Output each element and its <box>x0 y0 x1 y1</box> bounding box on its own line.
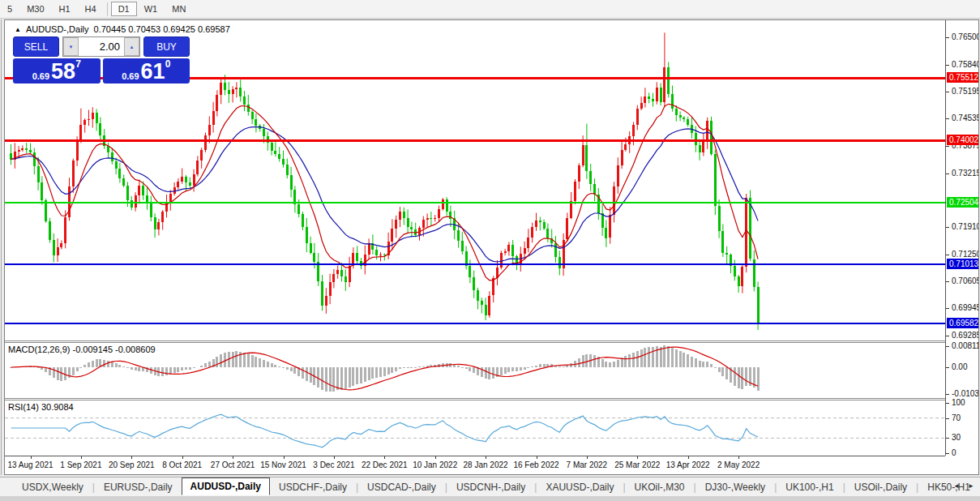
timeframe-button-5[interactable]: 5 <box>0 2 19 16</box>
tab-eurusd-daily[interactable]: EURUSD-,Daily <box>95 479 182 495</box>
candle-body <box>558 257 561 268</box>
tab-usoil-daily[interactable]: USOil-,Daily <box>845 479 916 495</box>
candle-body <box>407 218 409 227</box>
macd-histogram-bar <box>699 361 701 367</box>
macd-histogram-bar <box>570 363 572 367</box>
tab-xauusd-daily[interactable]: XAUUSD-,Daily <box>537 479 623 495</box>
macd-histogram-bar <box>710 364 713 368</box>
candle <box>617 157 619 194</box>
macd-histogram-bar <box>349 367 351 388</box>
candle-body <box>624 144 627 150</box>
macd-histogram-bar <box>648 347 650 367</box>
macd-histogram-bar <box>243 353 246 367</box>
candle-body <box>368 243 370 255</box>
candle-body <box>92 113 94 119</box>
candle-body <box>699 145 701 152</box>
macd-histogram-bar <box>734 367 736 386</box>
rsi-canvas[interactable] <box>5 400 945 456</box>
buy-button[interactable]: BUY <box>143 36 190 57</box>
macd-histogram-bar <box>251 355 254 367</box>
candle <box>531 223 533 243</box>
candle <box>216 90 218 116</box>
volume-increase-button[interactable]: ▲ <box>124 37 139 56</box>
candle-body <box>457 230 460 241</box>
collapse-trade-panel-icon[interactable]: ▲ <box>15 26 21 33</box>
tab-uk100-h1[interactable]: UK100-,H1 <box>777 479 842 495</box>
macd-histogram-bar <box>235 351 238 367</box>
candle-body <box>37 166 40 182</box>
tab-usdcnh-daily[interactable]: USDCNH-,Daily <box>447 479 534 495</box>
tab-usdx-weekly[interactable]: USDX,Weekly <box>13 479 92 495</box>
tab-ukoil-m30[interactable]: UKOil-,M30 <box>626 479 694 495</box>
candle <box>92 107 94 127</box>
volume-decrease-button[interactable]: ▼ <box>63 37 79 56</box>
candle-body <box>679 115 682 118</box>
candle-body <box>310 243 312 252</box>
candle <box>570 192 572 220</box>
rsi-pane[interactable]: RSI(14) 30.9084 <box>5 400 945 456</box>
macd-histogram-bar <box>37 367 40 368</box>
candle <box>29 143 32 154</box>
one-click-trading-panel: SELL ▼ 2.00 ▲ BUY 0.69587 0.69610 <box>13 36 190 84</box>
macd-histogram-bar <box>88 362 90 367</box>
candle <box>488 291 490 318</box>
y-axis-label: 0.75195 <box>952 87 979 96</box>
macd-histogram-bar <box>745 367 747 386</box>
y-axis-label: 0.70605 <box>952 276 979 285</box>
tab-scroll-arrows[interactable]: ◄ ► <box>953 482 978 490</box>
timeframe-button-m30[interactable]: M30 <box>19 2 51 16</box>
rsi-axis-tick <box>946 403 949 404</box>
tab-usdchf-daily[interactable]: USDCHF-,Daily <box>270 479 356 495</box>
macd-histogram-bar <box>683 353 685 367</box>
sell-button[interactable]: SELL <box>13 36 59 57</box>
macd-histogram-bar <box>511 367 514 371</box>
timeframe-button-mn[interactable]: MN <box>165 2 193 16</box>
candle-body <box>582 145 584 166</box>
candle-body <box>278 154 280 159</box>
macd-histogram-bar <box>278 366 280 367</box>
price-level-badge: 0.74002 <box>947 135 979 145</box>
buy-price-panel[interactable]: 0.69610 <box>103 58 190 84</box>
candle <box>644 88 646 107</box>
candle-body <box>749 198 751 259</box>
sell-price-panel[interactable]: 0.69587 <box>13 58 101 84</box>
candle <box>356 246 358 263</box>
candle <box>189 178 191 188</box>
volume-input[interactable]: 2.00 <box>79 37 124 56</box>
candle-body <box>60 243 62 247</box>
candle-body <box>251 112 254 119</box>
tab-dj30-weekly[interactable]: DJ30-,Weekly <box>696 479 774 495</box>
y-axis-label: 0.71250 <box>952 250 979 259</box>
macd-histogram-bar <box>96 359 98 367</box>
tab-usdcad-daily[interactable]: USDCAD-,Daily <box>358 479 445 495</box>
toolbar-separator <box>107 2 108 16</box>
macd-histogram-bar <box>379 367 382 377</box>
candle-body <box>543 222 546 229</box>
macd-histogram-bar <box>135 367 137 370</box>
candle-body <box>652 99 654 101</box>
candle <box>706 118 708 149</box>
candle <box>336 266 339 279</box>
macd-pane[interactable]: MACD(12,26,9) -0.009145 -0.008609 <box>5 343 945 398</box>
candle-body <box>216 95 218 111</box>
timeframe-button-h1[interactable]: H1 <box>52 2 78 16</box>
macd-histogram-bar <box>609 362 611 368</box>
timeframe-button-h4[interactable]: H4 <box>78 2 104 16</box>
tab-audusd-daily[interactable]: AUDUSD-,Daily <box>182 477 270 495</box>
candle <box>72 159 75 193</box>
candle-body <box>150 202 152 217</box>
y-axis-label: 0.69945 <box>952 303 979 312</box>
candle <box>157 219 160 235</box>
macd-histogram-bar <box>687 354 689 367</box>
timeframe-button-d1[interactable]: D1 <box>111 2 137 16</box>
candle-body <box>126 186 129 200</box>
macd-histogram-bar <box>539 364 541 367</box>
candle-body <box>161 212 164 221</box>
candle-body <box>64 217 66 243</box>
candle-body <box>721 231 724 254</box>
candle <box>161 210 164 230</box>
timeframe-button-w1[interactable]: W1 <box>137 2 165 16</box>
candle-body <box>282 159 285 165</box>
y-axis-tick <box>946 65 949 66</box>
candle-body <box>332 274 335 282</box>
